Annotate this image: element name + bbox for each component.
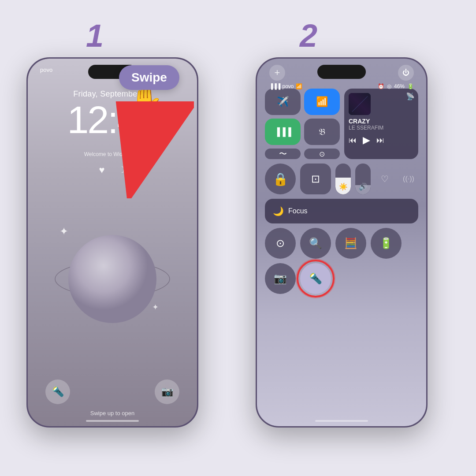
swipe-hint: Swipe up to open: [28, 410, 197, 416]
screen-mirror-button[interactable]: ⊡: [300, 164, 331, 194]
cc-right-status: ⏰ ◎ 46% 🔋: [378, 83, 414, 89]
svg-text:✦: ✦: [60, 225, 68, 237]
cast-icon[interactable]: 📡: [406, 92, 415, 100]
alarm-icon: ⏰: [378, 83, 384, 89]
volume-slider[interactable]: 🔊: [355, 164, 371, 194]
wifi-strength-icon: ((·)): [403, 175, 414, 183]
favorites-button[interactable]: ♡: [375, 164, 394, 194]
bluetooth-button[interactable]: 𝔅: [304, 119, 340, 145]
flashlight-container: 🔦: [300, 263, 331, 294]
wifi-icon: 📶: [296, 83, 302, 89]
step-1-number: 1: [86, 18, 104, 54]
fast-forward-button[interactable]: ⏭: [376, 136, 384, 145]
cc-home-indicator: [315, 420, 368, 422]
battery-widget-icon: 🔋: [379, 237, 393, 249]
swipe-bubble: Swipe: [119, 65, 179, 90]
cc-toggle-grid: ✈️ 📶 ▐▐▐ 𝔅 〜 ⊙: [265, 89, 340, 159]
phone2-power-button[interactable]: [426, 116, 428, 147]
wifi-strength-indicator: ((·)): [399, 164, 418, 194]
zoom-button[interactable]: 🔍: [300, 228, 331, 259]
carrier-text: povo: [283, 83, 294, 89]
rotation-lock-button[interactable]: 🔒: [265, 164, 296, 194]
rewind-button[interactable]: ⏮: [349, 136, 357, 145]
album-art: [349, 93, 371, 115]
camera-lock-button[interactable]: 📷: [155, 379, 179, 404]
svg-point-1: [68, 235, 156, 323]
step-2-number: 2: [300, 18, 317, 54]
camera-icon: 📷: [274, 272, 287, 285]
focus-label: Focus: [288, 207, 308, 215]
focus-moon-icon: 🌙: [273, 206, 284, 216]
calculator-button[interactable]: 🧮: [335, 228, 366, 259]
battery-widget-button[interactable]: 🔋: [371, 228, 402, 259]
battery-icon: 🔋: [407, 83, 414, 89]
spacer: [406, 228, 410, 259]
record-icon: ⊙: [276, 237, 285, 249]
wifi-toggle-button[interactable]: 📶: [304, 89, 340, 115]
phone-2: + ⏻ ▐▐▐ povo 📶 ⏰ ◎ 46% 🔋 ✈️: [256, 57, 428, 428]
screen-mirror-icon: ⊡: [311, 173, 320, 185]
signal-area: ▐▐▐ povo 📶: [269, 83, 302, 89]
location-icon: ◎: [387, 83, 391, 89]
now-playing-card[interactable]: 📡 CRAZY LE SSERAFIM ⏮ ▶ ⏭: [344, 89, 418, 159]
svg-text:✦: ✦: [152, 303, 159, 312]
flashlight-highlight-ring: [297, 260, 335, 298]
planet-illustration: ✦ ✦: [51, 191, 174, 332]
cc-bottom-icon-row: ⊙ 🔍 🧮 🔋: [265, 228, 418, 259]
rotation-lock-icon: 🔒: [273, 172, 288, 186]
cc-grid: ✈️ 📶 ▐▐▐ 𝔅 〜 ⊙: [265, 89, 418, 294]
volume-icon: 🔊: [359, 182, 368, 191]
album-art-detail: [352, 96, 368, 112]
camera-control-button[interactable]: 📷: [265, 263, 296, 294]
signal-bars-icon: ▐▐▐: [269, 83, 281, 89]
cc-plus-button[interactable]: +: [269, 65, 285, 81]
brightness-icon: ☀️: [339, 182, 348, 191]
now-playing-title: CRAZY: [349, 118, 414, 125]
cc-status-bar: ▐▐▐ povo 📶 ⏰ ◎ 46% 🔋: [269, 83, 414, 89]
cc-second-row: 🔒 ⊡ ☀️ 🔊 ♡ ((·)): [265, 164, 418, 194]
red-arrow: [106, 101, 194, 198]
record-button[interactable]: ⊙: [265, 228, 296, 259]
brightness-slider[interactable]: ☀️: [335, 164, 351, 194]
flashlight-lock-button[interactable]: 🔦: [45, 379, 70, 404]
zoom-icon: 🔍: [309, 237, 322, 249]
lockscreen-bottom-row: 🔦 📷: [28, 379, 197, 404]
focus-button[interactable]: 🌙 Focus: [265, 199, 418, 223]
more-button[interactable]: ⊙: [304, 149, 340, 159]
home-indicator: [86, 420, 139, 422]
now-playing-artist: LE SSERAFIM: [349, 125, 414, 131]
power-button[interactable]: [197, 116, 198, 147]
phone2-dynamic-island: [317, 65, 366, 79]
cellular-button[interactable]: ▐▐▐: [265, 119, 301, 145]
cc-camera-flash-row: 📷 🔦: [265, 263, 418, 294]
airplane-mode-button[interactable]: ✈️: [265, 89, 301, 115]
cc-main-row: ✈️ 📶 ▐▐▐ 𝔅 〜 ⊙: [265, 89, 418, 159]
playback-controls: ⏮ ▶ ⏭: [349, 134, 414, 146]
calculator-icon: 🧮: [344, 237, 357, 249]
cc-power-button[interactable]: ⏻: [398, 65, 414, 81]
wifi-button-2[interactable]: 〜: [265, 149, 301, 159]
battery-text: 46%: [394, 83, 405, 89]
heart-icon: ♥: [99, 164, 104, 176]
carrier-label: povo: [40, 67, 52, 73]
play-pause-button[interactable]: ▶: [363, 134, 370, 146]
control-center: + ⏻ ▐▐▐ povo 📶 ⏰ ◎ 46% 🔋 ✈️: [257, 59, 426, 426]
